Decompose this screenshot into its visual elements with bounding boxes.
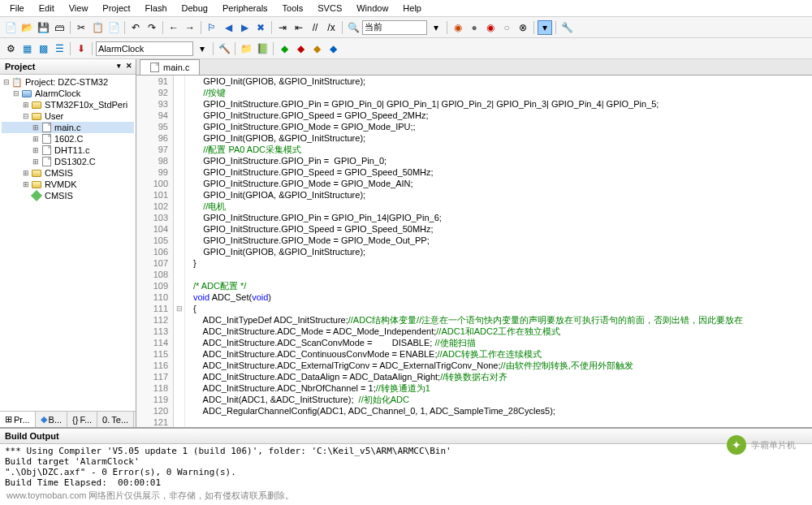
fold-marker[interactable] [174,382,185,394]
code-text[interactable]: ADC_InitStructure.ADC_Mode = ADC_Mode_In… [185,326,560,337]
fold-marker[interactable]: ⊟ [174,303,185,314]
tree-file-main[interactable]: ⊞main.c [2,122,134,133]
fold-marker[interactable] [174,144,185,155]
code-text[interactable] [185,417,193,427]
new-icon[interactable]: 📄 [3,20,18,35]
code-line[interactable]: 121 [136,417,812,427]
code-line[interactable]: 107} [136,257,812,269]
tree-file-dht11[interactable]: ⊞DHT11.c [2,145,134,156]
translate-icon[interactable]: ⚙ [3,41,18,56]
fold-marker[interactable] [174,166,185,178]
step-icon[interactable]: ◆ [309,41,324,56]
fold-marker[interactable] [174,337,185,348]
debug-icon[interactable]: ◉ [451,20,465,35]
code-line[interactable]: 104 GPIO_InitStructure.GPIO_Speed = GPIO… [136,223,812,235]
code-text[interactable]: /* ADC配置 */ [185,280,246,291]
target-drop-icon[interactable]: ▾ [195,41,209,56]
code-line[interactable]: 117 ADC_InitStructure.ADC_DataAlign = AD… [136,371,812,382]
fold-marker[interactable] [174,132,185,144]
code-text[interactable]: GPIO_InitStructure.GPIO_Mode = GPIO_Mode… [185,235,430,246]
tree-file-1602[interactable]: ⊞1602.C [2,133,134,145]
fold-marker[interactable] [174,201,185,212]
tree-target[interactable]: ⊟AlarmClock [2,88,134,99]
code-text[interactable]: ADC_InitStructure.ADC_ScanConvMode = DIS… [185,337,476,348]
code-line[interactable]: 106 GPIO_Init(GPIOB, &GPIO_InitStructure… [136,246,812,257]
code-line[interactable]: 120 ADC_RegularChannelConfig(ADC1, ADC_C… [136,405,812,417]
breakpoint-disable-icon[interactable]: ○ [499,20,514,35]
fold-marker[interactable] [174,257,185,269]
code-line[interactable]: 103 GPIO_InitStructure.GPIO_Pin = GPIO_P… [136,212,812,223]
code-text[interactable]: GPIO_Init(GPIOB, &GPIO_InitStructure); [185,132,365,144]
code-text[interactable]: ADC_InitTypeDef ADC_InitStructure;//ADC结… [185,314,743,326]
code-line[interactable]: 116 ADC_InitStructure.ADC_ExternalTrigCo… [136,360,812,371]
target-combo[interactable] [96,41,193,56]
nav-fwd-icon[interactable]: → [183,20,197,35]
code-line[interactable]: 119 ADC_Init(ADC1, &ADC_InitStructure); … [136,394,812,405]
open-icon[interactable]: 📂 [19,20,34,35]
fold-marker[interactable] [174,223,185,235]
fold-marker[interactable] [174,348,185,360]
fold-marker[interactable] [174,110,185,121]
code-editor[interactable]: 91 GPIO_Init(GPIOB, &GPIO_InitStructure)… [136,76,812,427]
fold-marker[interactable] [174,121,185,132]
fold-marker[interactable] [174,360,185,371]
fold-marker[interactable] [174,212,185,223]
code-text[interactable]: GPIO_InitStructure.GPIO_Speed = GPIO_Spe… [185,110,429,121]
save-icon[interactable]: 💾 [36,20,50,35]
build-icon[interactable]: ▦ [19,41,34,56]
tree-group-stdperiph[interactable]: ⊞STM32F10x_StdPeri [2,99,134,110]
fold-marker[interactable] [174,394,185,405]
options-icon[interactable]: 🔨 [217,41,231,56]
find-combo-drop-icon[interactable]: ▾ [429,20,443,35]
code-line[interactable]: 100 GPIO_InitStructure.GPIO_Mode = GPIO_… [136,178,812,189]
file-ext-icon[interactable]: 📁 [239,41,253,56]
bookmark-icon[interactable]: 🏳 [205,20,219,35]
code-text[interactable]: GPIO_InitStructure.GPIO_Mode = GPIO_Mode… [185,121,416,132]
fold-marker[interactable] [174,178,185,189]
tree-root[interactable]: ⊟📋Project: DZC-STM32 [2,76,134,88]
menu-peripherals[interactable]: Peripherals [216,2,274,15]
run-icon[interactable]: ◆ [277,41,292,56]
tab-project[interactable]: ⊞Pr... [0,412,36,427]
code-line[interactable]: 96 GPIO_Init(GPIOB, &GPIO_InitStructure)… [136,132,812,144]
code-text[interactable]: GPIO_InitStructure.GPIO_Speed = GPIO_Spe… [185,166,434,178]
code-text[interactable]: GPIO_Init(GPIOB, &GPIO_InitStructure); [185,76,365,87]
tree-group-cmsis2[interactable]: CMSIS [2,190,134,201]
fold-marker[interactable] [174,155,185,166]
fold-marker[interactable] [174,280,185,291]
code-text[interactable]: ADC_Init(ADC1, &ADC_InitStructure); //初始… [185,394,409,405]
menu-tools[interactable]: Tools [276,2,310,15]
editor-tab-main[interactable]: main.c [140,59,200,75]
code-text[interactable]: } [185,257,197,269]
indent-icon[interactable]: ⇥ [275,20,290,35]
batch-build-icon[interactable]: ☰ [52,41,67,56]
code-text[interactable]: GPIO_Init(GPIOB, &GPIO_InitStructure); [185,246,365,257]
breakpoint-enable-icon[interactable]: ◉ [483,20,498,35]
bookmark-clear-icon[interactable]: ✖ [253,20,268,35]
tree-file-ds1302[interactable]: ⊞DS1302.C [2,156,134,167]
code-line[interactable]: 94 GPIO_InitStructure.GPIO_Speed = GPIO_… [136,110,812,121]
code-line[interactable]: 102 //电机 [136,201,812,212]
tab-templates[interactable]: 0.Te... [97,412,134,427]
menu-file[interactable]: File [3,2,31,15]
tree-group-rvmdk[interactable]: ⊞RVMDK [2,179,134,190]
code-line[interactable]: 97 //配置 PA0 ADC采集模式 [136,144,812,155]
fold-marker[interactable] [174,87,185,98]
code-line[interactable]: 98 GPIO_InitStructure.GPIO_Pin = GPIO_Pi… [136,155,812,166]
code-line[interactable]: 91 GPIO_Init(GPIOB, &GPIO_InitStructure)… [136,76,812,87]
cut-icon[interactable]: ✂ [74,20,89,35]
code-line[interactable]: 112 ADC_InitTypeDef ADC_InitStructure;//… [136,314,812,326]
code-text[interactable]: GPIO_InitStructure.GPIO_Mode = GPIO_Mode… [185,178,413,189]
save-all-icon[interactable]: 🗃 [52,20,67,35]
comment-icon[interactable]: // [308,20,322,35]
menu-svcs[interactable]: SVCS [311,2,348,15]
step-over-icon[interactable]: ◆ [326,41,340,56]
rebuild-icon[interactable]: ▩ [36,41,50,56]
panel-close-icon[interactable]: ✕ [126,62,132,70]
bookmark-next-icon[interactable]: ▶ [237,20,252,35]
fold-marker[interactable] [174,314,185,326]
code-line[interactable]: 111⊟{ [136,303,812,314]
nav-back-icon[interactable]: ← [166,20,181,35]
tab-functions[interactable]: {}F... [67,412,97,427]
paste-icon[interactable]: 📄 [106,20,121,35]
